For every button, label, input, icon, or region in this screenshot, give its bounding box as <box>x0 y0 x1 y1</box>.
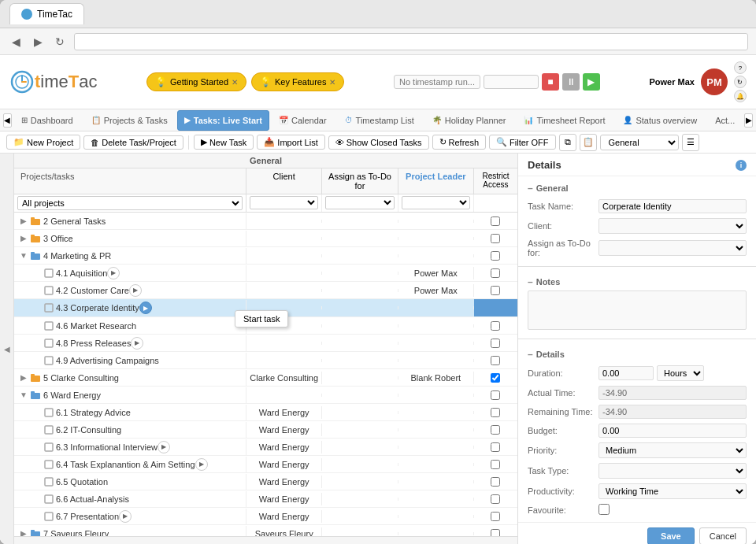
play-button[interactable]: ▶ <box>158 441 170 453</box>
timer-pause-button[interactable]: ⏸ <box>562 73 580 91</box>
address-bar[interactable] <box>74 33 748 50</box>
list-item[interactable]: ▶ 4.2 Customer Care ▶ Power Max <box>14 282 517 299</box>
client-select[interactable] <box>598 218 747 234</box>
expand-button[interactable]: ▼ <box>17 250 30 262</box>
menu-icon-btn[interactable]: ☰ <box>682 134 699 151</box>
paste-icon-btn[interactable]: 📋 <box>580 134 597 151</box>
play-button[interactable]: ▶ <box>131 337 143 350</box>
expand-button[interactable]: ▶ <box>17 215 30 228</box>
timer-task-input[interactable] <box>394 75 480 89</box>
sidebar-toggle[interactable]: ◀ <box>0 154 14 544</box>
refresh-button[interactable]: ↻ <box>52 34 68 50</box>
assign-filter-select[interactable] <box>325 196 394 209</box>
play-button[interactable]: ▶ <box>195 458 208 471</box>
restrict-checkbox[interactable] <box>491 477 500 487</box>
timer-stop-button[interactable]: ■ <box>542 73 559 91</box>
list-item[interactable]: ▼ 6 Ward Energy <box>14 387 517 404</box>
cancel-button[interactable]: Cancel <box>699 527 747 544</box>
tab-more[interactable]: Act... <box>706 110 743 131</box>
client-filter-select[interactable] <box>250 196 318 209</box>
task-type-select[interactable] <box>598 463 747 479</box>
priority-select[interactable]: Medium Low High <box>598 442 747 458</box>
back-button[interactable]: ◀ <box>8 34 24 50</box>
tab-calendar[interactable]: 📅 Calendar <box>270 110 335 131</box>
leader-filter-select[interactable] <box>402 196 470 209</box>
list-item[interactable]: ▶ 2 General Tasks <box>14 213 517 230</box>
new-task-button[interactable]: ▶ New Task <box>194 135 254 150</box>
restrict-checkbox[interactable] <box>491 234 500 243</box>
getting-started-tab[interactable]: 💡 Getting Started ✕ <box>146 72 246 91</box>
timer-start-button[interactable]: ▶ <box>583 73 600 91</box>
expand-button[interactable]: ▶ <box>17 232 30 245</box>
list-item[interactable]: ▶ 3 Office <box>14 230 517 247</box>
notification-icon[interactable]: 🔔 <box>734 90 747 102</box>
restrict-checkbox[interactable] <box>491 286 500 295</box>
delete-task-button[interactable]: 🗑 Delete Task/Project <box>83 135 183 150</box>
all-projects-select[interactable]: All projects <box>17 196 243 210</box>
timer-display[interactable]: 00:00:00 <box>484 75 539 89</box>
new-project-button[interactable]: 📁 New Project <box>6 135 80 150</box>
restrict-checkbox[interactable] <box>491 321 500 331</box>
restrict-checkbox[interactable] <box>491 494 500 504</box>
getting-started-close[interactable]: ✕ <box>232 78 238 87</box>
list-item[interactable]: ▶ 6.7 Presentation ▶ Ward Energy <box>14 508 517 525</box>
filter-off-button[interactable]: 🔍 Filter OFF <box>489 135 556 150</box>
details-info-icon[interactable]: i <box>736 158 747 171</box>
favourite-checkbox[interactable] <box>598 504 610 515</box>
tab-live-start[interactable]: ▶ Tasks: Live Start <box>177 110 269 131</box>
assign-select[interactable] <box>598 240 747 256</box>
horizontal-scrollbar[interactable] <box>14 536 517 544</box>
key-features-tab[interactable]: 💡 Key Features ✕ <box>251 72 344 91</box>
restrict-checkbox[interactable] <box>491 512 500 521</box>
notes-section-title[interactable]: Notes <box>528 273 747 291</box>
list-item[interactable]: ▶ 6.3 Informational Interview ▶ Ward Ene… <box>14 439 517 456</box>
forward-button[interactable]: ▶ <box>30 34 46 50</box>
tab-projects[interactable]: 📋 Projects & Tasks <box>83 110 176 131</box>
restrict-checkbox[interactable] <box>491 390 500 400</box>
productivity-select[interactable]: Working Time <box>598 483 747 499</box>
refresh-icon[interactable]: ↻ <box>734 76 747 88</box>
refresh-button[interactable]: ↻ Refresh <box>432 135 487 150</box>
copy-icon-btn[interactable]: ⧉ <box>559 134 576 151</box>
list-item[interactable]: ▶ 6.4 Task Explanantion & Aim Setting ▶ … <box>14 456 517 473</box>
play-button[interactable]: ▶ <box>107 267 120 279</box>
expand-button[interactable]: ▶ <box>17 372 30 384</box>
tab-timestamp[interactable]: ⏱ Timestamp List <box>336 110 423 131</box>
restrict-checkbox[interactable] <box>491 425 500 435</box>
restrict-checkbox[interactable] <box>491 408 500 417</box>
view-select[interactable]: General <box>600 135 679 150</box>
list-item[interactable]: ▶ 4.1 Aquisition ▶ Power Max <box>14 265 517 282</box>
help-icon[interactable]: ? <box>734 61 747 74</box>
browser-tab[interactable]: TimeTac <box>9 3 84 24</box>
save-button[interactable]: Save <box>647 527 695 544</box>
nav-right-arrow[interactable]: ▶ <box>744 113 753 128</box>
list-item[interactable]: ▶ 7 Saveurs Fleury Saveurs Fleury <box>14 525 517 536</box>
list-item[interactable]: ▶ 4.9 Advertising Campaigns <box>14 352 517 369</box>
notes-textarea[interactable] <box>528 291 747 330</box>
list-item[interactable]: ▶ 6.6 Actual-Analysis Ward Energy <box>14 490 517 508</box>
list-item[interactable]: ▶ 6.2 IT-Consulting Ward Energy <box>14 421 517 439</box>
restrict-checkbox[interactable] <box>491 268 500 278</box>
list-item[interactable]: ▶ 6.5 Quotation Ward Energy <box>14 473 517 490</box>
tab-holiday[interactable]: 🌴 Holiday Planner <box>424 110 515 131</box>
task-name-input[interactable] <box>598 199 747 213</box>
details-section-title[interactable]: Details <box>528 346 747 363</box>
expand-button[interactable]: ▼ <box>17 389 30 402</box>
restrict-checkbox[interactable] <box>491 251 500 261</box>
restrict-checkbox[interactable] <box>491 529 500 537</box>
general-section-title[interactable]: General <box>528 179 747 197</box>
budget-input[interactable] <box>598 424 747 438</box>
play-button[interactable]: ▶ <box>129 284 142 297</box>
tab-timesheet[interactable]: 📊 Timesheet Report <box>515 110 613 131</box>
restrict-checkbox[interactable] <box>491 356 500 365</box>
restrict-checkbox[interactable] <box>491 216 500 226</box>
duration-input[interactable] <box>598 366 654 380</box>
tab-status[interactable]: 👤 Status overview <box>614 110 706 131</box>
expand-button[interactable]: ▶ <box>17 527 30 537</box>
import-list-button[interactable]: 📥 Import List <box>257 135 324 150</box>
restrict-checkbox[interactable] <box>491 373 500 383</box>
play-button[interactable]: ▶ <box>139 302 152 314</box>
tab-dashboard[interactable]: ⊞ Dashboard <box>13 110 82 131</box>
restrict-checkbox[interactable] <box>491 339 500 348</box>
nav-left-arrow[interactable]: ◀ <box>3 113 12 128</box>
